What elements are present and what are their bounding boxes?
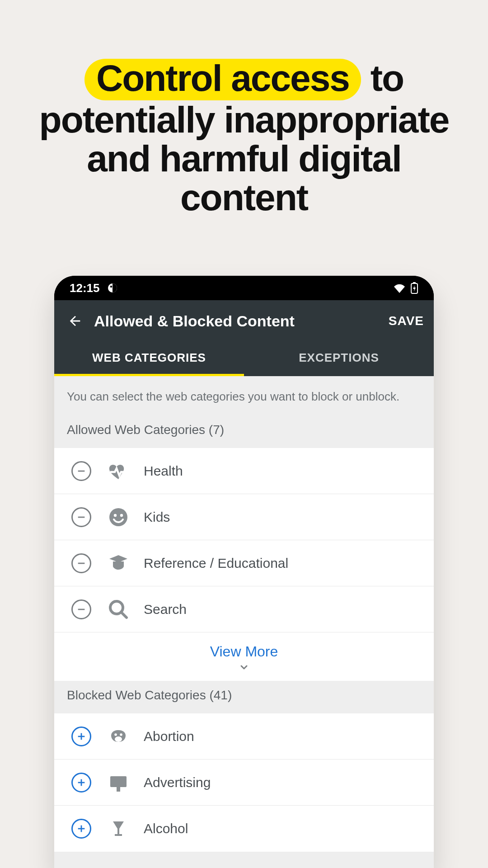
app-bar: Allowed & Blocked Content SAVE [54, 300, 434, 342]
tab-exceptions[interactable]: EXCEPTIONS [244, 342, 434, 376]
plus-icon [76, 731, 86, 741]
svg-rect-11 [78, 609, 85, 610]
minus-icon [76, 604, 86, 614]
category-row[interactable]: Advertising [54, 760, 434, 806]
svg-point-7 [109, 508, 127, 526]
category-label: Advertising [144, 775, 211, 790]
svg-rect-20 [78, 782, 85, 783]
allowed-list: Health Kids Reference / [54, 448, 434, 681]
svg-rect-4 [413, 282, 416, 283]
status-app-icon [107, 283, 118, 293]
arrow-left-icon [67, 313, 83, 329]
view-more-label: View More [54, 643, 434, 660]
headline-rest1: to [361, 57, 404, 99]
svg-rect-21 [110, 776, 127, 787]
plus-icon [76, 778, 86, 788]
remove-button[interactable] [71, 461, 91, 481]
svg-rect-5 [78, 470, 85, 472]
svg-point-9 [120, 514, 123, 516]
advertising-icon [107, 771, 130, 794]
svg-line-13 [121, 612, 127, 618]
svg-point-8 [114, 514, 117, 516]
remove-button[interactable] [71, 553, 91, 573]
svg-rect-15 [78, 736, 85, 737]
svg-point-2 [110, 286, 112, 288]
svg-point-16 [114, 733, 117, 736]
health-icon [107, 459, 130, 483]
add-button[interactable] [71, 726, 91, 746]
abortion-icon [107, 725, 130, 748]
category-row[interactable]: Search [54, 586, 434, 632]
headline-line2: potentially inappropriate [39, 99, 449, 140]
content-scroll[interactable]: You can select the web categories you wa… [54, 376, 434, 868]
svg-point-17 [120, 733, 122, 736]
category-label: Search [144, 602, 187, 617]
category-row[interactable]: Reference / Educational [54, 540, 434, 586]
category-label: Kids [144, 509, 170, 525]
svg-rect-22 [117, 787, 120, 792]
svg-point-18 [115, 736, 122, 742]
svg-rect-24 [78, 828, 85, 830]
status-bar: 12:15 [54, 276, 434, 300]
category-label: Abortion [144, 729, 194, 744]
category-row[interactable]: Health [54, 448, 434, 494]
tab-web-categories[interactable]: WEB CATEGORIES [54, 342, 244, 376]
category-label: Health [144, 463, 183, 479]
tab-exceptions-label: EXCEPTIONS [299, 351, 379, 365]
blocked-section-header: Blocked Web Categories (41) [54, 681, 434, 713]
headline-highlight: Control access [84, 59, 361, 100]
minus-icon [76, 512, 86, 522]
education-icon [107, 552, 130, 575]
tab-web-label: WEB CATEGORIES [92, 351, 206, 365]
page-title: Allowed & Blocked Content [94, 312, 389, 330]
headline-line3: and harmful digital content [87, 138, 401, 218]
svg-rect-6 [78, 516, 85, 518]
minus-icon [76, 558, 86, 568]
status-time: 12:15 [70, 281, 100, 295]
category-row[interactable]: Alcohol [54, 806, 434, 852]
svg-rect-10 [78, 562, 85, 564]
intro-text: You can select the web categories you wa… [54, 376, 434, 415]
category-row[interactable]: Kids [54, 494, 434, 540]
plus-icon [76, 824, 86, 834]
search-icon [107, 598, 130, 621]
remove-button[interactable] [71, 507, 91, 527]
back-button[interactable] [64, 310, 86, 332]
add-button[interactable] [71, 773, 91, 793]
category-row[interactable]: Abortion [54, 713, 434, 760]
category-label: Reference / Educational [144, 556, 288, 571]
phone-frame: 12:15 Allowed & Blocked Content SAVE WEB… [54, 276, 434, 868]
wifi-icon [393, 283, 406, 293]
chevron-down-icon [54, 662, 434, 673]
battery-icon [410, 282, 418, 294]
save-button[interactable]: SAVE [389, 314, 424, 328]
tabs: WEB CATEGORIES EXCEPTIONS [54, 342, 434, 376]
view-more-button[interactable]: View More [54, 632, 434, 681]
blocked-list: Abortion Advertising Alc [54, 713, 434, 852]
kids-icon [107, 505, 130, 529]
remove-button[interactable] [71, 599, 91, 619]
add-button[interactable] [71, 819, 91, 839]
alcohol-icon [107, 817, 130, 840]
marketing-headline: Control access to potentially inappropri… [0, 0, 488, 217]
category-label: Alcohol [144, 821, 188, 836]
allowed-section-header: Allowed Web Categories (7) [54, 415, 434, 448]
minus-icon [76, 466, 86, 476]
